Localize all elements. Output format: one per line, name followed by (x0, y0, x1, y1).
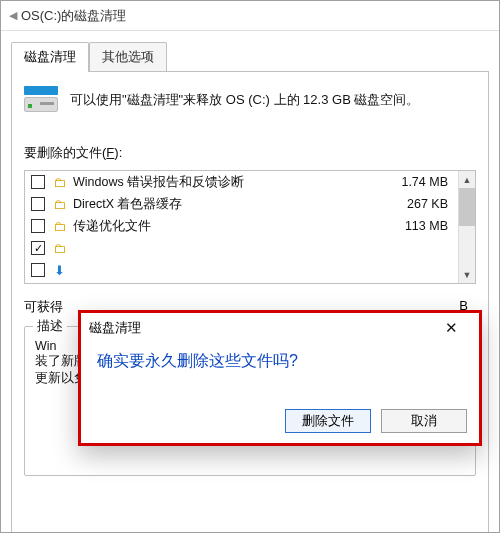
dialog-button-row: 删除文件 取消 (285, 409, 467, 433)
file-name: DirectX 着色器缓存 (73, 196, 376, 213)
description-fragment: Win (35, 339, 57, 353)
gain-label: 可获得 (24, 298, 63, 316)
delete-files-button[interactable]: 删除文件 (285, 409, 371, 433)
label-suffix: ): (114, 145, 122, 160)
file-row[interactable]: 🗀 Windows 错误报告和反馈诊断 1.74 MB (25, 171, 458, 193)
files-to-delete-label: 要删除的文件(F): (24, 144, 476, 162)
checkbox[interactable] (31, 263, 45, 277)
tab-more-options[interactable]: 其他选项 (89, 42, 167, 72)
tab-strip: 磁盘清理 其他选项 (1, 31, 499, 71)
folder-icon: 🗀 (51, 218, 67, 234)
file-size: 1.74 MB (382, 175, 452, 189)
info-text: 可以使用"磁盘清理"来释放 OS (C:) 上的 12.3 GB 磁盘空间。 (70, 91, 419, 109)
checkbox[interactable] (31, 241, 45, 255)
scroll-down-icon[interactable]: ▼ (459, 266, 475, 283)
file-list: 🗀 Windows 错误报告和反馈诊断 1.74 MB 🗀 DirectX 着色… (24, 170, 476, 284)
folder-icon: 🗀 (51, 174, 67, 190)
file-row[interactable]: 🗀 (25, 237, 458, 259)
disk-cleanup-window: ◀ OS(C:)的磁盘清理 磁盘清理 其他选项 可以使用"磁盘清理"来释放 OS… (0, 0, 500, 533)
file-row[interactable]: 🗀 传递优化文件 113 MB (25, 215, 458, 237)
checkbox[interactable] (31, 197, 45, 211)
checkbox[interactable] (31, 219, 45, 233)
confirm-delete-dialog: 磁盘清理 ✕ 确实要永久删除这些文件吗? 删除文件 取消 (78, 310, 482, 446)
file-list-scrollbar[interactable]: ▲ ▼ (458, 171, 475, 283)
scroll-up-icon[interactable]: ▲ (459, 171, 475, 188)
button-label: 取消 (411, 413, 437, 430)
download-icon: ⬇ (51, 262, 67, 278)
tab-label: 其他选项 (102, 49, 154, 64)
file-row[interactable]: 🗀 DirectX 着色器缓存 267 KB (25, 193, 458, 215)
description-legend: 描述 (33, 318, 67, 335)
close-icon[interactable]: ✕ (431, 317, 471, 339)
file-row[interactable]: ⬇ (25, 259, 458, 281)
tab-label: 磁盘清理 (24, 49, 76, 64)
back-chevron-icon: ◀ (9, 9, 17, 22)
cancel-button[interactable]: 取消 (381, 409, 467, 433)
window-title: OS(C:)的磁盘清理 (21, 7, 126, 25)
button-label: 删除文件 (302, 413, 354, 430)
scroll-thumb[interactable] (459, 188, 475, 226)
info-row: 可以使用"磁盘清理"来释放 OS (C:) 上的 12.3 GB 磁盘空间。 (24, 86, 476, 114)
dialog-message: 确实要永久删除这些文件吗? (97, 351, 463, 372)
drive-icon (24, 86, 58, 114)
folder-icon: 🗀 (51, 196, 67, 212)
folder-icon: 🗀 (51, 240, 67, 256)
label-prefix: 要删除的文件( (24, 145, 106, 160)
checkbox[interactable] (31, 175, 45, 189)
dialog-title-bar: 磁盘清理 ✕ (81, 313, 479, 343)
dialog-body: 确实要永久删除这些文件吗? (81, 343, 479, 372)
file-name: 传递优化文件 (73, 218, 376, 235)
file-name: Windows 错误报告和反馈诊断 (73, 174, 376, 191)
window-title-bar: ◀ OS(C:)的磁盘清理 (1, 1, 499, 31)
tab-disk-cleanup[interactable]: 磁盘清理 (11, 42, 89, 72)
dialog-title: 磁盘清理 (89, 319, 141, 337)
file-size: 267 KB (382, 197, 452, 211)
tab-panel: 可以使用"磁盘清理"来释放 OS (C:) 上的 12.3 GB 磁盘空间。 要… (11, 71, 489, 533)
file-size: 113 MB (382, 219, 452, 233)
